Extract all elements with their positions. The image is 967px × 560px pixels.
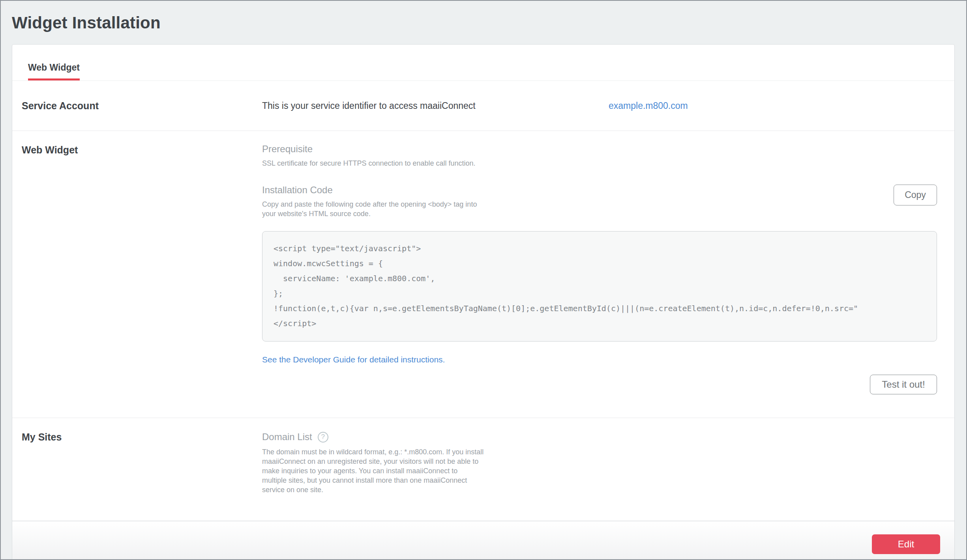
page-title: Widget Installation bbox=[1, 1, 966, 32]
card-footer: Edit bbox=[12, 521, 954, 560]
help-circle-icon[interactable]: ? bbox=[318, 432, 328, 442]
web-widget-row: Web Widget Prerequisite SSL certificate … bbox=[12, 131, 954, 418]
prerequisite-text: SSL certificate for secure HTTPS connect… bbox=[262, 159, 483, 168]
installation-code-block: <script type="text/javascript"> window.m… bbox=[262, 231, 937, 342]
web-widget-content: Prerequisite SSL certificate for secure … bbox=[262, 144, 937, 418]
test-button-row: Test it out! bbox=[262, 375, 937, 394]
installation-code-header: Installation Code Copy and paste the fol… bbox=[262, 185, 937, 218]
service-account-description: This is your service identifier to acces… bbox=[262, 101, 609, 111]
service-account-value-link[interactable]: example.m800.com bbox=[609, 101, 688, 111]
installation-code-heading: Installation Code bbox=[262, 185, 483, 196]
service-account-label: Service Account bbox=[22, 100, 262, 112]
domain-list-header: Domain List ? bbox=[262, 431, 937, 442]
installation-code-instructions: Copy and paste the following code after … bbox=[262, 200, 483, 218]
tab-bar: Web Widget bbox=[12, 45, 954, 81]
tab-web-widget[interactable]: Web Widget bbox=[28, 62, 80, 80]
settings-card: Web Widget Service Account This is your … bbox=[12, 44, 955, 560]
service-account-content: This is your service identifier to acces… bbox=[262, 101, 937, 111]
installation-code-text: <script type="text/javascript"> window.m… bbox=[274, 241, 926, 331]
installation-code-header-text: Installation Code Copy and paste the fol… bbox=[262, 185, 483, 218]
web-widget-label: Web Widget bbox=[22, 144, 262, 418]
service-account-row: Service Account This is your service ide… bbox=[12, 81, 954, 131]
test-it-out-button[interactable]: Test it out! bbox=[870, 375, 937, 394]
developer-guide-link[interactable]: See the Developer Guide for detailed ins… bbox=[262, 355, 445, 364]
my-sites-row: My Sites Domain List ? The domain must b… bbox=[12, 418, 954, 521]
domain-list-heading: Domain List bbox=[262, 431, 312, 442]
my-sites-content: Domain List ? The domain must be in wild… bbox=[262, 431, 937, 521]
domain-list-description: The domain must be in wildcard format, e… bbox=[262, 447, 484, 495]
edit-button[interactable]: Edit bbox=[872, 534, 940, 554]
prerequisite-heading: Prerequisite bbox=[262, 144, 937, 155]
copy-button[interactable]: Copy bbox=[894, 185, 937, 205]
my-sites-label: My Sites bbox=[22, 431, 262, 521]
widget-installation-page: Widget Installation Web Widget Service A… bbox=[0, 0, 967, 560]
